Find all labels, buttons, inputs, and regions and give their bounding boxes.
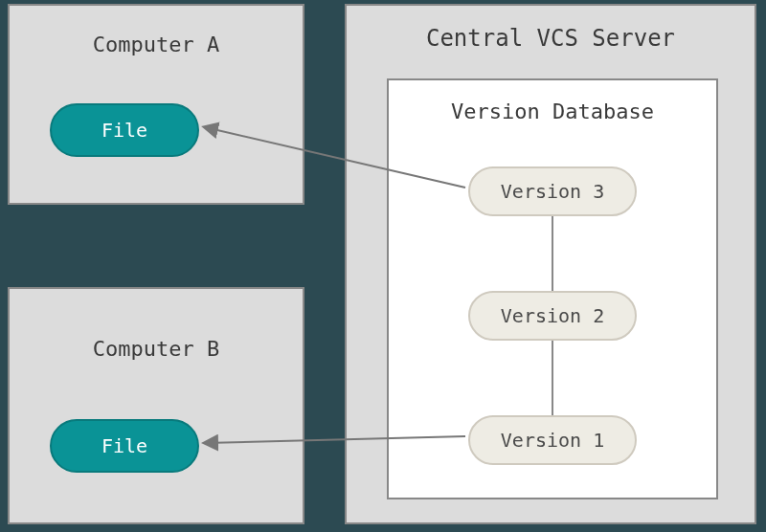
box-server: Central VCS Server Version Database Vers… bbox=[345, 4, 756, 524]
label-version-1: Version 1 bbox=[501, 429, 604, 452]
file-pill-computer-b: File bbox=[50, 419, 199, 473]
title-server: Central VCS Server bbox=[347, 25, 755, 52]
title-version-database: Version Database bbox=[389, 100, 716, 123]
pill-version-3: Version 3 bbox=[468, 166, 637, 216]
file-label-a: File bbox=[101, 119, 147, 142]
pill-version-2: Version 2 bbox=[468, 291, 637, 341]
title-computer-a: Computer A bbox=[10, 33, 303, 56]
pill-version-1: Version 1 bbox=[468, 415, 637, 465]
connector-v3-v2 bbox=[552, 216, 553, 291]
box-computer-b: Computer B File bbox=[8, 287, 304, 524]
box-version-database: Version Database Version 3 Version 2 Ver… bbox=[387, 78, 718, 499]
box-computer-a: Computer A File bbox=[8, 4, 304, 205]
connector-v2-v1 bbox=[552, 341, 553, 415]
label-version-2: Version 2 bbox=[501, 304, 604, 327]
title-computer-b: Computer B bbox=[10, 337, 303, 361]
label-version-3: Version 3 bbox=[501, 180, 604, 203]
file-pill-computer-a: File bbox=[50, 103, 199, 157]
file-label-b: File bbox=[101, 434, 147, 457]
diagram-canvas: Computer A File Computer B File Central … bbox=[0, 0, 766, 532]
